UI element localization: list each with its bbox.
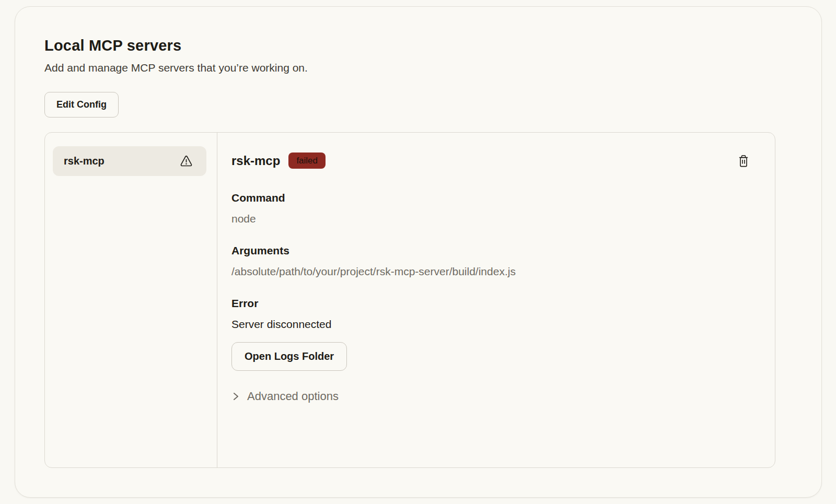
field-value-error: Server disconnected	[231, 318, 751, 331]
field-label-arguments: Arguments	[231, 244, 751, 257]
field-label-command: Command	[231, 192, 751, 204]
field-value-command: node	[231, 213, 751, 225]
server-detail-header: rsk-mcp failed	[231, 153, 751, 169]
status-badge-failed: failed	[288, 153, 326, 169]
field-value-arguments: /absolute/path/to/your/project/rsk-mcp-s…	[231, 265, 751, 278]
server-card: rsk-mcp rsk-mcp failed	[44, 132, 775, 468]
server-detail-title: rsk-mcp	[231, 154, 280, 168]
warning-icon	[180, 155, 193, 168]
page-subtitle: Add and manage MCP servers that you’re w…	[44, 62, 792, 74]
server-detail-pane: rsk-mcp failed Co	[217, 133, 775, 467]
trash-icon	[737, 154, 750, 168]
delete-server-button[interactable]	[736, 153, 751, 169]
chevron-right-icon	[231, 391, 240, 402]
field-command: Command node	[231, 192, 751, 225]
page-title: Local MCP servers	[44, 37, 792, 54]
field-label-error: Error	[231, 297, 751, 310]
advanced-options-toggle[interactable]: Advanced options	[231, 390, 751, 403]
local-mcp-settings-panel: Local MCP servers Add and manage MCP ser…	[15, 6, 822, 498]
sidebar-item-rsk-mcp[interactable]: rsk-mcp	[53, 146, 206, 176]
server-title-group: rsk-mcp failed	[231, 153, 326, 169]
page-background: { "page": { "title": "Local MCP servers"…	[0, 0, 836, 504]
server-list-sidebar: rsk-mcp	[45, 133, 217, 467]
server-name-label: rsk-mcp	[64, 155, 104, 167]
open-logs-folder-button[interactable]: Open Logs Folder	[231, 342, 347, 371]
edit-config-button[interactable]: Edit Config	[44, 92, 119, 118]
advanced-options-label: Advanced options	[247, 390, 339, 403]
field-arguments: Arguments /absolute/path/to/your/project…	[231, 244, 751, 278]
field-error: Error Server disconnected	[231, 297, 751, 331]
